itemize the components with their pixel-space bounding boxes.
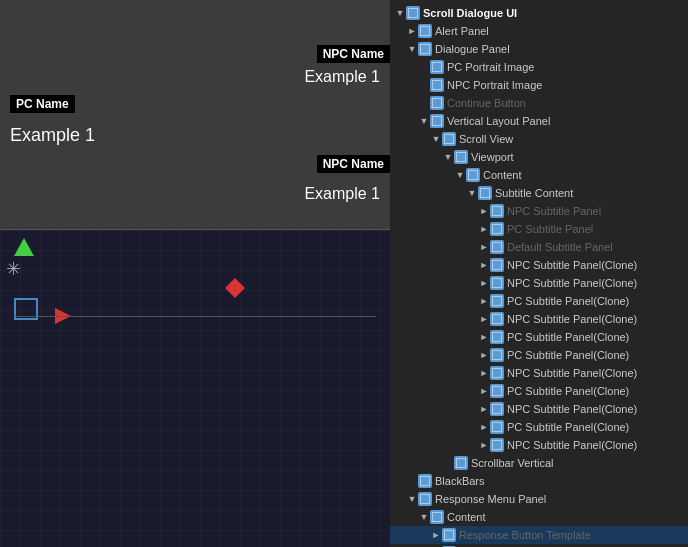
tree-arrow-pc-subtitle-clone2[interactable] — [478, 332, 490, 342]
tree-item-content[interactable]: Content — [390, 166, 688, 184]
cube-icon-content2 — [430, 510, 444, 524]
tree-item-npc-subtitle-clone4[interactable]: NPC Subtitle Panel(Clone) — [390, 364, 688, 382]
example1-left: Example 1 — [10, 125, 95, 146]
tree-item-continue-button[interactable]: Continue Button — [390, 94, 688, 112]
tree-arrow-response-menu-panel[interactable] — [406, 494, 418, 504]
left-panel: NPC Name Example 1 PC Name Example 1 NPC… — [0, 0, 390, 547]
tree-item-scrollbar-vertical[interactable]: Scrollbar Vertical — [390, 454, 688, 472]
tree-label-scroll-view: Scroll View — [459, 133, 513, 145]
tree-item-pc-subtitle-clone3[interactable]: PC Subtitle Panel(Clone) — [390, 346, 688, 364]
tree-item-scroll-view[interactable]: Scroll View — [390, 130, 688, 148]
tree-arrow-content[interactable] — [454, 170, 466, 180]
tree-item-response-button-template[interactable]: Response Button Template — [390, 526, 688, 544]
tree-arrow-response-button-template[interactable] — [430, 530, 442, 540]
tree-label-viewport: Viewport — [471, 151, 514, 163]
tree-item-pc-subtitle-clone4[interactable]: PC Subtitle Panel(Clone) — [390, 382, 688, 400]
cube-icon-scroll-view — [442, 132, 456, 146]
tree-arrow-vertical-layout-panel[interactable] — [418, 116, 430, 126]
tree-arrow-pc-subtitle-clone5[interactable] — [478, 422, 490, 432]
cube-icon-dialogue-panel — [418, 42, 432, 56]
tree-label-continue-button: Continue Button — [447, 97, 526, 109]
cube-icon-npc-subtitle-panel — [490, 204, 504, 218]
tree-label-pc-subtitle-panel: PC Subtitle Panel — [507, 223, 593, 235]
tree-item-content2[interactable]: Content — [390, 508, 688, 526]
tree-arrow-npc-subtitle-clone1[interactable] — [478, 260, 490, 270]
tree-arrow-pc-subtitle-clone3[interactable] — [478, 350, 490, 360]
timeline-bar — [14, 316, 376, 317]
scene-area[interactable]: ✳ — [0, 230, 390, 547]
tree-label-dialogue-panel: Dialogue Panel — [435, 43, 510, 55]
tree-item-npc-subtitle-panel[interactable]: NPC Subtitle Panel — [390, 202, 688, 220]
tree-label-response-menu-panel: Response Menu Panel — [435, 493, 546, 505]
hierarchy-panel[interactable]: Scroll Dialogue UIAlert PanelDialogue Pa… — [390, 0, 688, 547]
tree-item-alert-panel[interactable]: Alert Panel — [390, 22, 688, 40]
tree-item-viewport[interactable]: Viewport — [390, 148, 688, 166]
tree-arrow-npc-subtitle-panel[interactable] — [478, 206, 490, 216]
tree-item-pc-subtitle-clone5[interactable]: PC Subtitle Panel(Clone) — [390, 418, 688, 436]
tree-label-npc-portrait-image: NPC Portrait Image — [447, 79, 542, 91]
cube-icon-response-menu-panel — [418, 492, 432, 506]
tree-item-npc-subtitle-clone2[interactable]: NPC Subtitle Panel(Clone) — [390, 274, 688, 292]
cube-icon-pc-subtitle-clone3 — [490, 348, 504, 362]
cube-icon-vertical-layout-panel — [430, 114, 444, 128]
tree-item-response-menu-panel[interactable]: Response Menu Panel — [390, 490, 688, 508]
tree-label-pc-subtitle-clone4: PC Subtitle Panel(Clone) — [507, 385, 629, 397]
cube-icon-subtitle-content — [478, 186, 492, 200]
tree-label-npc-subtitle-clone1: NPC Subtitle Panel(Clone) — [507, 259, 637, 271]
tree-item-vertical-layout-panel[interactable]: Vertical Layout Panel — [390, 112, 688, 130]
example1-right: Example 1 — [304, 68, 380, 86]
tree-arrow-viewport[interactable] — [442, 152, 454, 162]
tree-label-npc-subtitle-clone3: NPC Subtitle Panel(Clone) — [507, 313, 637, 325]
cube-icon-npc-subtitle-clone5 — [490, 402, 504, 416]
tree-label-npc-subtitle-clone6: NPC Subtitle Panel(Clone) — [507, 439, 637, 451]
tree-arrow-scroll-dialogue-ui[interactable] — [394, 8, 406, 18]
tree-item-blackbars[interactable]: BlackBars — [390, 472, 688, 490]
tree-item-pc-subtitle-panel[interactable]: PC Subtitle Panel — [390, 220, 688, 238]
tree-arrow-pc-subtitle-clone1[interactable] — [478, 296, 490, 306]
tree-item-npc-subtitle-clone5[interactable]: NPC Subtitle Panel(Clone) — [390, 400, 688, 418]
tree-item-default-subtitle-panel[interactable]: Default Subtitle Panel — [390, 238, 688, 256]
tree-label-scroll-dialogue-ui: Scroll Dialogue UI — [423, 7, 517, 19]
tree-label-pc-subtitle-clone1: PC Subtitle Panel(Clone) — [507, 295, 629, 307]
cube-icon-pc-subtitle-panel — [490, 222, 504, 236]
tree-arrow-pc-subtitle-panel[interactable] — [478, 224, 490, 234]
tree-label-blackbars: BlackBars — [435, 475, 485, 487]
tree-label-alert-panel: Alert Panel — [435, 25, 489, 37]
example1-right2: Example 1 — [304, 185, 380, 203]
tree-item-npc-subtitle-clone1[interactable]: NPC Subtitle Panel(Clone) — [390, 256, 688, 274]
tree-item-npc-portrait-image[interactable]: NPC Portrait Image — [390, 76, 688, 94]
tree-item-pc-portrait-image[interactable]: PC Portrait Image — [390, 58, 688, 76]
tree-arrow-npc-subtitle-clone5[interactable] — [478, 404, 490, 414]
tree-arrow-pc-subtitle-clone4[interactable] — [478, 386, 490, 396]
cube-icon-pc-subtitle-clone1 — [490, 294, 504, 308]
tree-label-pc-portrait-image: PC Portrait Image — [447, 61, 534, 73]
tree-item-npc-subtitle-clone6[interactable]: NPC Subtitle Panel(Clone) — [390, 436, 688, 454]
tree-arrow-dialogue-panel[interactable] — [406, 44, 418, 54]
tree-item-dialogue-panel[interactable]: Dialogue Panel — [390, 40, 688, 58]
tree-arrow-npc-subtitle-clone4[interactable] — [478, 368, 490, 378]
tree-label-content: Content — [483, 169, 522, 181]
tree-item-scroll-dialogue-ui[interactable]: Scroll Dialogue UI — [390, 4, 688, 22]
tree-arrow-subtitle-content[interactable] — [466, 188, 478, 198]
tree-arrow-npc-subtitle-clone3[interactable] — [478, 314, 490, 324]
tree-label-content2: Content — [447, 511, 486, 523]
tree-arrow-default-subtitle-panel[interactable] — [478, 242, 490, 252]
tree-item-subtitle-content[interactable]: Subtitle Content — [390, 184, 688, 202]
tree-label-npc-subtitle-clone5: NPC Subtitle Panel(Clone) — [507, 403, 637, 415]
tree-arrow-npc-subtitle-clone6[interactable] — [478, 440, 490, 450]
npc-name-bottom: NPC Name — [317, 155, 390, 173]
tree-label-default-subtitle-panel: Default Subtitle Panel — [507, 241, 613, 253]
tree-arrow-content2[interactable] — [418, 512, 430, 522]
tree-arrow-npc-subtitle-clone2[interactable] — [478, 278, 490, 288]
tree-item-pc-subtitle-clone2[interactable]: PC Subtitle Panel(Clone) — [390, 328, 688, 346]
tree-label-scrollbar-vertical: Scrollbar Vertical — [471, 457, 554, 469]
cube-icon-scrollbar-vertical — [454, 456, 468, 470]
tree-arrow-alert-panel[interactable] — [406, 26, 418, 36]
cube-icon-blackbars — [418, 474, 432, 488]
cube-icon-npc-subtitle-clone1 — [490, 258, 504, 272]
tree-item-npc-subtitle-clone3[interactable]: NPC Subtitle Panel(Clone) — [390, 310, 688, 328]
tree-arrow-scroll-view[interactable] — [430, 134, 442, 144]
tree-label-pc-subtitle-clone5: PC Subtitle Panel(Clone) — [507, 421, 629, 433]
tree-item-pc-subtitle-clone1[interactable]: PC Subtitle Panel(Clone) — [390, 292, 688, 310]
cube-icon-pc-subtitle-clone2 — [490, 330, 504, 344]
